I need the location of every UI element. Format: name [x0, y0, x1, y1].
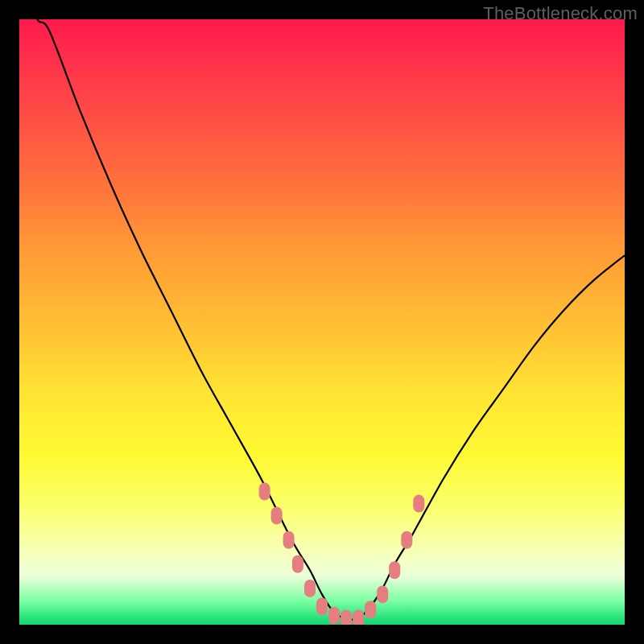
watermark-text: TheBottleneck.com: [483, 3, 638, 24]
curve-marker: [401, 531, 412, 549]
chart-frame: TheBottleneck.com: [0, 0, 644, 644]
curve-marker: [271, 507, 283, 525]
curve-marker: [316, 597, 328, 615]
curve-layer: [19, 19, 625, 625]
curve-marker: [304, 580, 316, 597]
curve-marker: [283, 531, 295, 549]
bottleneck-curve: [31, 19, 625, 620]
plot-area: [19, 19, 625, 625]
curve-marker: [353, 610, 364, 625]
curve-marker: [389, 561, 400, 579]
curve-marker: [259, 483, 270, 501]
curve-marker: [328, 607, 340, 625]
curve-marker: [365, 601, 376, 618]
marker-group: [259, 483, 425, 625]
curve-marker: [413, 495, 424, 513]
curve-marker: [341, 610, 352, 625]
curve-marker: [377, 585, 388, 603]
curve-marker: [292, 555, 303, 573]
